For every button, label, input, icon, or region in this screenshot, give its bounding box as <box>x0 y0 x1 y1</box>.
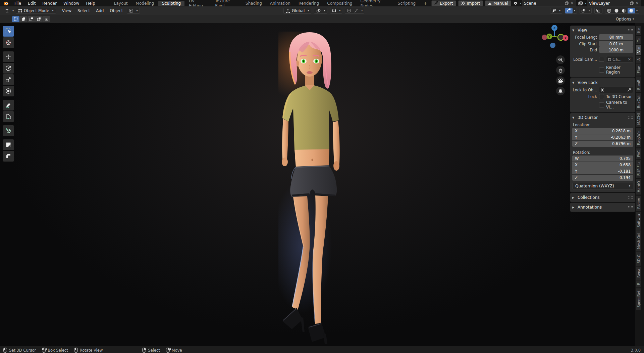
shading-dropdown-chevron[interactable]: ▾ <box>636 9 638 12</box>
collapse-arrow-icon[interactable]: ▼ <box>572 81 576 84</box>
menu-window[interactable]: Window <box>60 1 82 6</box>
lock-to-object-field[interactable] <box>599 87 633 93</box>
sidebar-tab-tool[interactable]: To <box>636 36 641 44</box>
menu-help[interactable]: Help <box>83 1 98 6</box>
clear-camera-icon[interactable]: × <box>627 57 632 61</box>
camera-to-view-checkbox[interactable] <box>599 102 604 107</box>
add-workspace-button[interactable]: + <box>420 1 431 6</box>
wireframe-shading-button[interactable] <box>605 8 613 13</box>
mode-selector[interactable]: Object Mode ▾ <box>16 8 56 14</box>
visibility-icon[interactable] <box>550 8 558 13</box>
panel-grip-handle[interactable] <box>628 206 633 209</box>
scene-dropdown-chevron[interactable]: ▾ <box>520 2 521 5</box>
ortho-grid-icon[interactable] <box>556 87 565 95</box>
rotation-mode-dropdown[interactable]: Quaternion (WXYZ) ▾ <box>572 183 633 189</box>
tool-fallback-button[interactable]: ▾ <box>127 8 140 14</box>
blender-logo-icon[interactable] <box>3 1 9 6</box>
local-camera-checkbox[interactable] <box>599 57 604 62</box>
workspace-tab-scripting[interactable]: Scripting <box>394 1 419 6</box>
sidebar-tab-3dc[interactable]: 3D-C <box>636 252 641 266</box>
lock-to-3d-cursor-checkbox[interactable] <box>599 94 604 99</box>
cursor-location-x[interactable]: X0.2618 m <box>572 128 633 134</box>
workspace-tab-rendering[interactable]: Rendering <box>295 1 323 6</box>
panel-title[interactable]: 3D Cursor <box>578 115 598 120</box>
cursor-rotation-w[interactable]: W0.705 <box>572 156 633 162</box>
sidebar-tab-meshonl[interactable]: Mesh Onl <box>636 230 641 252</box>
cursor-rotation-z[interactable]: Z-0.194 <box>572 175 633 181</box>
tool-scale[interactable] <box>3 74 14 85</box>
import-button[interactable]: Import <box>458 0 483 6</box>
sidebar-tab-boxcut[interactable]: BoxCut <box>636 93 641 111</box>
scene-browse-icon[interactable] <box>513 1 518 5</box>
menu-object[interactable]: Object <box>107 8 125 14</box>
select-mode-extend[interactable] <box>20 16 27 22</box>
annotations-panel[interactable]: ▶ Annotations <box>570 203 635 212</box>
cursor-location-z[interactable]: Z0.6796 m <box>572 141 633 147</box>
falloff-curve-icon[interactable] <box>353 8 360 13</box>
panel-title[interactable]: View <box>578 28 587 33</box>
tool-addon-boxcutter[interactable] <box>3 139 14 150</box>
export-button[interactable]: Export <box>431 0 456 6</box>
workspace-tab-layout[interactable]: Layout <box>110 1 131 6</box>
sidebar-tab-flipflu[interactable]: FLIP Flu <box>636 160 641 178</box>
collapse-arrow-icon[interactable]: ▼ <box>572 116 576 119</box>
sidebar-tab-easywei[interactable]: EasyWei <box>636 128 641 147</box>
zoom-icon[interactable] <box>556 55 565 64</box>
menu-add[interactable]: Add <box>93 8 106 14</box>
sidebar-tab-view[interactable]: Vie <box>636 45 641 55</box>
camera-view-icon[interactable] <box>556 76 565 85</box>
sidebar-tab-fac[interactable]: FAC <box>636 148 641 159</box>
tool-rotate[interactable] <box>3 63 14 74</box>
transform-orientation-dropdown[interactable]: Global ▾ <box>283 8 311 14</box>
tool-annotate[interactable] <box>3 100 14 111</box>
panel-grip-handle[interactable] <box>628 29 633 32</box>
falloff-dropdown-chevron[interactable]: ▾ <box>361 9 363 12</box>
tool-move[interactable] <box>3 51 14 62</box>
rendered-shading-button[interactable] <box>628 8 635 13</box>
workspace-tab-animation[interactable]: Animation <box>266 1 294 6</box>
editor-type-button[interactable]: ▾ <box>3 8 16 14</box>
workspace-tab-shading[interactable]: Shading <box>242 1 266 6</box>
panel-grip-handle[interactable] <box>628 116 633 119</box>
menu-render[interactable]: Render <box>39 1 60 6</box>
cursor-rotation-x[interactable]: X0.658 <box>572 162 633 168</box>
xray-toggle[interactable] <box>594 8 602 14</box>
remove-viewlayer-icon[interactable]: × <box>635 1 639 5</box>
manual-button[interactable]: Manual <box>485 0 511 6</box>
select-mode-set[interactable] <box>12 16 19 22</box>
options-dropdown[interactable]: Options ▾ <box>616 17 634 21</box>
tool-add-cube[interactable] <box>3 125 14 136</box>
select-mode-invert[interactable] <box>35 16 43 22</box>
gizmo-dropdown-chevron[interactable]: ▾ <box>574 9 575 12</box>
sidebar-tab-rena[interactable]: Rena <box>636 266 641 280</box>
panel-grip-handle[interactable] <box>628 196 633 199</box>
clip-end-field[interactable]: 1000 m <box>599 47 633 53</box>
snap-dropdown-chevron[interactable]: ▾ <box>339 9 340 12</box>
overlays-toggle[interactable] <box>580 8 587 13</box>
menu-view[interactable]: View <box>59 8 74 14</box>
sidebar-tab-item[interactable]: Ite <box>636 26 641 35</box>
sidebar-tab-flue[interactable]: Flue <box>636 63 641 76</box>
menu-edit[interactable]: Edit <box>25 1 39 6</box>
tool-select-box[interactable] <box>3 26 14 37</box>
tool-addon-corner[interactable] <box>3 151 14 162</box>
sidebar-tab-machi[interactable]: MACHI <box>636 111 641 127</box>
tool-cursor[interactable] <box>3 37 14 48</box>
overlays-dropdown-chevron[interactable]: ▾ <box>589 9 590 12</box>
collapse-arrow-icon[interactable]: ▼ <box>572 29 576 32</box>
select-mode-intersect[interactable] <box>43 16 50 22</box>
render-region-checkbox[interactable] <box>599 68 604 73</box>
focal-length-field[interactable]: 80 mm <box>599 34 633 40</box>
unlink-scene-icon[interactable]: × <box>570 1 574 5</box>
sidebar-tab-e[interactable]: E <box>636 280 641 288</box>
viewlayer-name-field[interactable]: ViewLayer × <box>587 0 641 6</box>
pivot-point-dropdown[interactable]: ▾ <box>314 8 327 14</box>
viewlayer-browse-icon[interactable] <box>578 1 583 5</box>
tool-transform[interactable] <box>3 86 14 96</box>
tool-measure[interactable] <box>3 111 14 122</box>
workspace-tab-sculpting[interactable]: Sculpting <box>158 1 184 6</box>
new-viewlayer-icon[interactable] <box>630 1 634 5</box>
local-camera-object-field[interactable]: Ca... × <box>606 56 633 62</box>
sidebar-tab-softwra[interactable]: Softwra <box>636 212 641 230</box>
sidebar-tab-a[interactable]: A <box>636 56 641 63</box>
